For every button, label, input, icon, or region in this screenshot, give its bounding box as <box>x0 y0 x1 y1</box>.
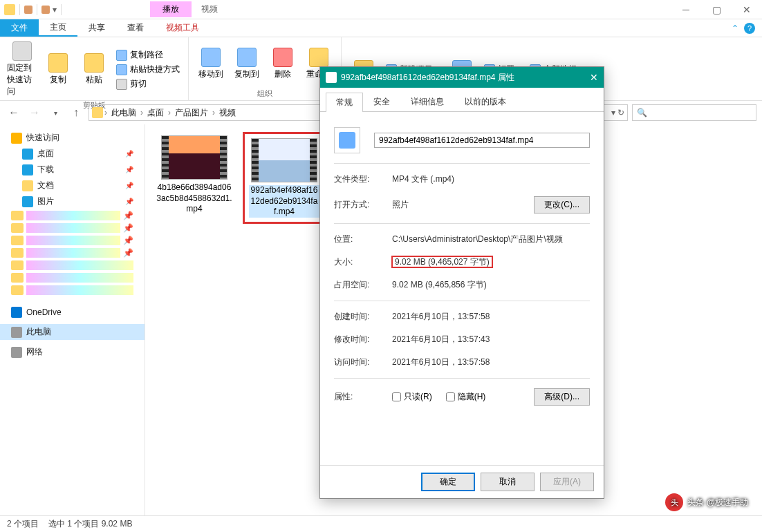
back-button[interactable]: ← <box>6 104 22 121</box>
folder-icon <box>92 107 103 118</box>
attributes-label: 属性: <box>334 391 392 403</box>
folder-icon <box>4 4 15 15</box>
copy-to-button[interactable]: 复制到 <box>230 40 263 87</box>
created-value: 2021年6月10日，13:57:58 <box>392 311 590 323</box>
context-label-video: 视频 <box>192 1 227 17</box>
forward-button[interactable]: → <box>26 104 43 121</box>
tab-details[interactable]: 详细信息 <box>400 92 454 111</box>
view-tab[interactable]: 查看 <box>116 19 155 37</box>
advanced-button[interactable]: 高级(D)... <box>534 388 590 406</box>
file-item[interactable]: 4b18e66d3894ad063ac5b8d4588632d1.mp4 <box>156 135 232 215</box>
sidebar-downloads[interactable]: 下载📌 <box>0 162 145 178</box>
size-on-disk-value: 9.02 MB (9,465,856 字节) <box>392 279 590 291</box>
home-tab[interactable]: 主页 <box>39 19 77 37</box>
crumb-folder2[interactable]: 视频 <box>216 107 239 119</box>
video-thumbnail <box>251 138 317 182</box>
qat-item[interactable] <box>41 6 50 14</box>
file-name: 992afb4ef498af1612ded62eb9134faf.mp4 <box>249 185 319 218</box>
delete-button[interactable]: 删除 <box>266 40 299 87</box>
pinned-folder[interactable] <box>0 284 145 296</box>
recent-button[interactable]: ▾ <box>47 104 64 121</box>
sidebar-quick-access[interactable]: 快速访问 <box>0 130 145 146</box>
maximize-button[interactable]: ▢ <box>701 0 732 19</box>
filename-input[interactable] <box>374 133 590 148</box>
qat-dropdown[interactable]: ▾ <box>53 5 57 15</box>
dialog-close-button[interactable]: ✕ <box>590 72 598 83</box>
video-tools-tab[interactable]: 视频工具 <box>155 19 210 37</box>
ok-button[interactable]: 确定 <box>421 473 475 491</box>
sidebar-documents[interactable]: 文档📌 <box>0 178 145 193</box>
window-titlebar: ▾ 播放 视频 ─ ▢ ✕ <box>0 0 762 19</box>
status-bar: 2 个项目 选中 1 个项目 9.02 MB <box>0 515 762 532</box>
size-on-disk-label: 占用空间: <box>334 279 392 291</box>
modified-label: 修改时间: <box>334 334 392 345</box>
pinned-folder[interactable]: 📌 <box>0 234 145 247</box>
change-button[interactable]: 更改(C)... <box>534 196 590 213</box>
file-name: 4b18e66d3894ad063ac5b8d4588632d1.mp4 <box>156 182 232 215</box>
crumb-this-pc[interactable]: 此电脑 <box>109 107 139 119</box>
sidebar-pictures[interactable]: 图片📌 <box>0 193 145 209</box>
tab-general[interactable]: 常规 <box>326 93 363 112</box>
file-icon <box>326 72 337 83</box>
dialog-tabs: 常规 安全 详细信息 以前的版本 <box>320 88 604 112</box>
copy-button[interactable]: 复制 <box>41 40 75 99</box>
pinned-folder[interactable] <box>0 272 145 284</box>
location-value: C:\Users\Administrator\Desktop\产品图片\视频 <box>392 234 590 245</box>
share-tab[interactable]: 共享 <box>77 19 116 37</box>
sidebar-desktop[interactable]: 桌面📌 <box>0 146 145 162</box>
minimize-button[interactable]: ─ <box>671 0 701 19</box>
tab-security[interactable]: 安全 <box>363 92 400 111</box>
size-label: 大小: <box>334 256 392 268</box>
hidden-checkbox[interactable]: 隐藏(H) <box>446 391 486 403</box>
pinned-folder[interactable] <box>0 259 145 272</box>
type-label: 文件类型: <box>334 173 392 185</box>
watermark-logo-icon: 头 <box>665 493 683 511</box>
crumb-desktop[interactable]: 桌面 <box>145 107 167 119</box>
copy-path-button[interactable]: 复制路径 <box>113 48 183 61</box>
opens-with-label: 打开方式: <box>334 199 392 211</box>
accessed-label: 访问时间: <box>334 357 392 368</box>
type-value: MP4 文件 (.mp4) <box>392 173 590 185</box>
properties-dialog: 992afb4ef498af1612ded62eb9134faf.mp4 属性 … <box>319 66 604 499</box>
paste-button[interactable]: 粘贴 <box>77 40 111 99</box>
qat-item[interactable] <box>24 6 32 14</box>
dialog-titlebar[interactable]: 992afb4ef498af1612ded62eb9134faf.mp4 属性 … <box>320 67 604 88</box>
collapse-ribbon-icon[interactable]: ⌃ <box>732 23 738 33</box>
help-icon[interactable]: ? <box>744 23 755 34</box>
dialog-title: 992afb4ef498af1612ded62eb9134faf.mp4 属性 <box>341 72 514 84</box>
location-label: 位置: <box>334 234 392 245</box>
selection-info: 选中 1 个项目 9.02 MB <box>48 518 132 530</box>
separator <box>19 4 20 15</box>
item-count: 2 个项目 <box>7 518 39 530</box>
navigation-pane: 快速访问 桌面📌 下载📌 文档📌 图片📌 📌 📌 📌 📌 OneDrive 此电… <box>0 124 145 515</box>
pinned-folder[interactable]: 📌 <box>0 247 145 259</box>
file-type-icon <box>334 127 360 153</box>
cancel-button[interactable]: 取消 <box>481 473 535 491</box>
pin-quick-access-button[interactable]: 固定到快速访问 <box>6 40 39 99</box>
pinned-folder[interactable]: 📌 <box>0 209 145 222</box>
apply-button[interactable]: 应用(A) <box>540 473 594 491</box>
cut-button[interactable]: 剪切 <box>113 77 183 91</box>
move-to-button[interactable]: 移动到 <box>194 40 227 87</box>
tab-previous-versions[interactable]: 以前的版本 <box>454 92 517 111</box>
sidebar-onedrive[interactable]: OneDrive <box>0 305 145 320</box>
sidebar-network[interactable]: 网络 <box>0 344 145 360</box>
quick-access-toolbar: ▾ <box>0 4 67 15</box>
sidebar-this-pc[interactable]: 此电脑 <box>0 324 145 340</box>
close-button[interactable]: ✕ <box>732 0 762 19</box>
modified-value: 2021年6月10日，13:57:43 <box>392 334 590 345</box>
watermark: 头 头条 @极速手助 <box>665 493 748 511</box>
video-thumbnail <box>161 135 227 180</box>
context-tab-play: 播放 <box>150 1 192 17</box>
search-box[interactable]: 🔍 <box>632 104 756 121</box>
up-button[interactable]: ↑ <box>68 104 84 121</box>
ribbon-tabs: 文件 主页 共享 查看 视频工具 ⌃ ? <box>0 19 762 37</box>
readonly-checkbox[interactable]: 只读(R) <box>392 391 432 403</box>
size-value-highlighted: 9.02 MB (9,465,027 字节) <box>392 256 492 267</box>
paste-shortcut-button[interactable]: 粘贴快捷方式 <box>113 63 183 76</box>
pinned-folder[interactable]: 📌 <box>0 222 145 234</box>
created-label: 创建时间: <box>334 311 392 323</box>
crumb-folder1[interactable]: 产品图片 <box>172 107 211 119</box>
file-item-selected[interactable]: 992afb4ef498af1612ded62eb9134faf.mp4 <box>246 135 322 220</box>
file-tab[interactable]: 文件 <box>0 19 39 37</box>
